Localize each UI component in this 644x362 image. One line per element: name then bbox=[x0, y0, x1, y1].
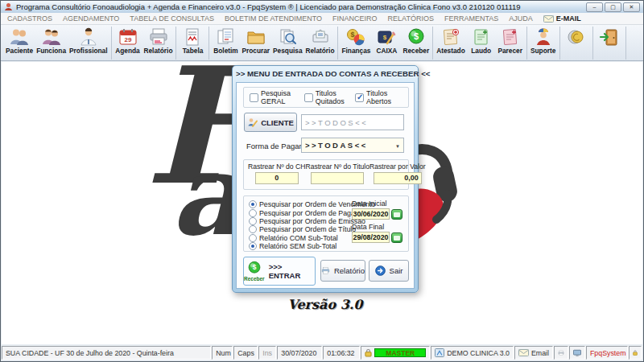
doctor-icon bbox=[78, 27, 99, 47]
status-lock bbox=[629, 346, 642, 360]
toolbar-button-profissional[interactable]: Profissional bbox=[68, 27, 109, 60]
rastrear-titulo-field[interactable] bbox=[311, 172, 364, 184]
document-chart-icon bbox=[182, 27, 203, 47]
menu-ajuda[interactable]: AJUDA bbox=[509, 14, 533, 23]
toolbar-label: Laudo bbox=[471, 47, 491, 54]
entrar-button[interactable]: $ Receber >>> ENTRAR bbox=[243, 257, 316, 286]
data-inicial-field[interactable]: 30/06/2020 bbox=[352, 208, 390, 220]
toolbar-button-receber[interactable]: $ Receber bbox=[401, 27, 431, 60]
menu-email[interactable]: E-MAIL bbox=[543, 14, 581, 23]
status-location: SUA CIDADE - UF 30 de Julho de 2020 - Qu… bbox=[2, 346, 211, 360]
rastrear-ch-column: Rastrear Nº do CH 0 bbox=[248, 162, 305, 187]
minimize-button[interactable] bbox=[586, 2, 603, 12]
toolbar-button-tabela[interactable]: Tabela bbox=[178, 27, 207, 60]
menu-agendamento[interactable]: AGENDAMENTO bbox=[63, 14, 119, 23]
status-printer[interactable] bbox=[554, 346, 568, 360]
window-controls bbox=[586, 2, 640, 12]
data-final-calendar-button[interactable] bbox=[391, 232, 402, 243]
toolbar-button-funcionario[interactable]: Funciona bbox=[35, 27, 68, 60]
toolbar-button-relatorio-boletim[interactable]: Relatório bbox=[304, 27, 336, 60]
data-inicial-row: 30/06/2020 bbox=[352, 208, 405, 220]
status-monitor[interactable] bbox=[569, 346, 585, 360]
sair-button[interactable]: Sair bbox=[369, 260, 409, 282]
pink-report-icon bbox=[500, 27, 521, 47]
toolbar: Paciente Funciona Profissional 29 Agenda… bbox=[1, 25, 643, 61]
titlebar: Programa Consultório Fonoaudiologia + Ag… bbox=[1, 1, 643, 13]
toolbar-label: Receber bbox=[402, 47, 429, 54]
data-inicial-calendar-button[interactable] bbox=[391, 209, 402, 220]
checkbox-titulos-quitados[interactable]: Titulos Quitados bbox=[304, 89, 355, 105]
certificate-icon bbox=[440, 27, 461, 47]
toolbar-button-atestado[interactable]: Atestado bbox=[435, 27, 467, 60]
menu-relatorios[interactable]: RELATÓRIOS bbox=[388, 14, 434, 23]
search-documents-icon bbox=[277, 27, 298, 47]
toolbar-button-caixa[interactable]: $ CAIXA bbox=[372, 27, 401, 60]
toolbar-label: Profissional bbox=[69, 47, 108, 54]
toolbar-group-moeda bbox=[560, 27, 593, 60]
email-icon bbox=[543, 15, 554, 23]
rastrear-valor-label: Rastrear por Valor bbox=[369, 162, 426, 171]
toolbar-button-laudo[interactable]: Laudo bbox=[467, 27, 496, 60]
sair-label: Sair bbox=[390, 266, 403, 275]
clinic-icon bbox=[435, 348, 444, 357]
statusbar: SUA CIDADE - UF 30 de Julho de 2020 - Qu… bbox=[2, 346, 642, 360]
exit-door-icon bbox=[599, 27, 620, 47]
rastrear-valor-field[interactable]: 0,00 bbox=[374, 172, 422, 184]
menu-ferramentas[interactable]: FERRAMENTAS bbox=[444, 14, 498, 23]
toolbar-label: Suporte bbox=[530, 47, 555, 54]
status-clinic-name: DEMO CLINICA 3.0 bbox=[447, 349, 510, 357]
support-person-icon bbox=[533, 27, 554, 47]
cashbook-icon: $ bbox=[376, 27, 397, 47]
printer-icon bbox=[321, 265, 330, 276]
close-button[interactable] bbox=[623, 2, 640, 12]
checkbox-titulos-abertos[interactable]: Titulos Abertos bbox=[355, 89, 402, 105]
toolbar-button-suporte[interactable]: Suporte bbox=[529, 27, 558, 60]
radio-label: Pesquisar por Ordem de Título bbox=[259, 225, 356, 233]
data-final-label: Data Final bbox=[352, 223, 405, 231]
radio-circle bbox=[249, 242, 257, 250]
toolbar-group-suporte: Suporte bbox=[527, 27, 560, 60]
rastrear-titulo-column: Rastrear Nº do Titulo bbox=[305, 162, 369, 187]
toolbar-button-agenda[interactable]: 29 Agenda bbox=[114, 27, 142, 60]
printer-icon bbox=[148, 27, 169, 47]
radio-label: Relatório COM Sub-Total bbox=[259, 234, 338, 242]
client-area: F a Versão 3.0 >> MENU DE ENTRADA DO CON… bbox=[2, 62, 642, 344]
toolbar-button-exit[interactable] bbox=[595, 27, 624, 60]
menu-cadastros[interactable]: CADASTROS bbox=[7, 14, 52, 23]
staff-icon bbox=[41, 27, 62, 47]
chevron-down-icon bbox=[395, 141, 400, 150]
menu-tabela-de-consultas[interactable]: TABELA DE CONSULTAS bbox=[130, 14, 214, 23]
data-final-field[interactable]: 29/08/2020 bbox=[352, 232, 390, 243]
checkbox-pesquisa-geral[interactable]: Pesquisa GERAL bbox=[250, 89, 304, 105]
status-email[interactable]: Email bbox=[514, 346, 553, 360]
maximize-button[interactable] bbox=[605, 2, 621, 12]
toolbar-button-financas[interactable]: $ Finanças bbox=[340, 27, 372, 60]
svg-text:$: $ bbox=[252, 264, 256, 272]
order-panel: Pesquisar por Ordem de Vencimento Pesqui… bbox=[243, 195, 409, 252]
toolbar-button-pesquisa[interactable]: Pesquisa bbox=[271, 27, 303, 60]
toolbar-button-relatorio-agenda[interactable]: Relatório bbox=[142, 27, 175, 60]
toolbar-button-boletim[interactable]: Boletim bbox=[211, 27, 240, 60]
toolbar-button-parecer[interactable]: Parecer bbox=[496, 27, 525, 60]
data-final-row: 29/08/2020 bbox=[352, 232, 405, 243]
receive-money-icon: $ bbox=[406, 27, 427, 47]
menu-financeiro[interactable]: FINANCEIRO bbox=[332, 14, 378, 23]
receive-money-icon: $ bbox=[246, 260, 262, 276]
toolbar-button-procurar[interactable]: Procurar bbox=[240, 27, 271, 60]
status-date: 30/07/2020 bbox=[277, 346, 322, 360]
menu-boletim-de-atendimento[interactable]: BOLETIM DE ATENDIMENTO bbox=[225, 14, 322, 23]
coin-icon bbox=[566, 27, 587, 47]
toolbar-label: Funciona bbox=[36, 47, 66, 54]
status-caps: Caps bbox=[233, 346, 258, 360]
cliente-button[interactable]: CLIENTE bbox=[244, 113, 297, 132]
toolbar-label: Finanças bbox=[341, 47, 370, 54]
cliente-input[interactable] bbox=[301, 114, 404, 130]
toolbar-button-coin[interactable] bbox=[562, 27, 591, 60]
svg-text:29: 29 bbox=[124, 36, 131, 43]
status-user-badge: MASTER bbox=[374, 348, 426, 357]
forma-pagamento-select[interactable]: >>TODAS<< bbox=[301, 138, 404, 153]
relatorio-button[interactable]: Relatório bbox=[320, 260, 365, 282]
rastrear-ch-field[interactable]: 0 bbox=[255, 172, 299, 184]
dialog-body: Pesquisa GERAL Titulos Quitados Titulos … bbox=[236, 82, 415, 289]
toolbar-button-paciente[interactable]: Paciente bbox=[4, 27, 35, 60]
